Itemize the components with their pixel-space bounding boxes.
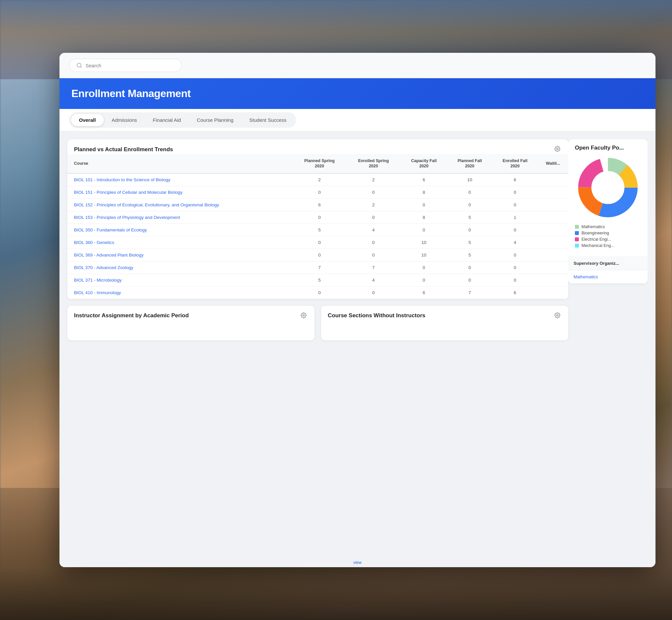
cell-course-4: BIOL 350 - Fundamentals of Ecology <box>67 223 293 236</box>
legend-bioengineering: Bioengineering <box>575 231 641 236</box>
cell-enrolled-spring-6: 0 <box>346 249 400 261</box>
faculty-card-header: Open Faculty Po... <box>568 139 647 151</box>
course-link-6[interactable]: BIOL 369 - Advanced Plant Biology <box>74 253 143 258</box>
cell-enrolled-fall-8: 0 <box>492 274 538 286</box>
cell-waitlist-7 <box>538 261 568 274</box>
legend-dot-mathematics <box>575 225 579 229</box>
cell-enrolled-spring-1: 0 <box>346 186 400 198</box>
supervisory-org-label: Supervisory Organiz... <box>574 261 619 266</box>
cell-capacity-fall-0: 6 <box>400 173 447 186</box>
enrollment-card-title: Planned vs Actual Enrollment Trends <box>74 146 173 153</box>
course-link-9[interactable]: BIOL 410 - Immunology <box>74 290 121 295</box>
view-row: view <box>59 557 656 567</box>
tab-financial-aid[interactable]: Financial Aid <box>145 114 189 126</box>
view-button[interactable]: view <box>353 560 362 565</box>
cell-planned-spring-7: 7 <box>293 261 346 274</box>
cell-waitlist-2 <box>538 198 568 211</box>
bottom-row: Instructor Assignment by Academic Period… <box>67 306 568 341</box>
donut-chart <box>575 155 641 220</box>
course-link-1[interactable]: BIOL 151 - Principles of Cellular and Mo… <box>74 190 182 195</box>
app-title: Enrollment Management <box>71 88 643 100</box>
tab-student-success[interactable]: Student Success <box>241 114 295 126</box>
sections-settings-button[interactable] <box>553 311 562 320</box>
cell-enrolled-spring-7: 7 <box>346 261 400 274</box>
cell-enrolled-spring-0: 2 <box>346 173 400 186</box>
cell-course-9: BIOL 410 - Immunology <box>67 286 293 299</box>
course-sections-card: Course Sections Without Instructors <box>321 306 568 341</box>
instructor-assignment-card: Instructor Assignment by Academic Period <box>67 306 315 341</box>
enrollment-trends-card: Planned vs Actual Enrollment Trends Cour… <box>67 139 568 299</box>
cell-enrolled-fall-0: 6 <box>492 173 538 186</box>
supervisory-math-item[interactable]: Mathematics <box>568 270 647 283</box>
faculty-card-title: Open Faculty Po... <box>575 145 624 151</box>
search-wrapper[interactable] <box>69 59 182 72</box>
cell-enrolled-spring-8: 4 <box>346 274 400 286</box>
cell-planned-spring-0: 2 <box>293 173 346 186</box>
table-row: BIOL 360 - Genetics 0 0 10 5 4 <box>67 236 568 249</box>
gear-icon <box>555 146 560 152</box>
tab-admissions[interactable]: Admissions <box>104 114 145 126</box>
table-row: BIOL 410 - Immunology 0 0 6 7 6 <box>67 286 568 299</box>
faculty-positions-card: Open Faculty Po... <box>568 139 647 283</box>
nav-tabs: Overall Admissions Financial Aid Course … <box>69 112 296 128</box>
col-enrolled-spring: Enrolled Spring2020 <box>346 154 400 173</box>
table-header-row: Course Planned Spring2020 Enrolled Sprin… <box>67 154 568 173</box>
cell-planned-fall-8: 0 <box>447 274 492 286</box>
legend-mathematics: Mathematics <box>575 224 641 229</box>
cell-enrolled-spring-3: 0 <box>346 211 400 223</box>
cell-planned-spring-4: 5 <box>293 223 346 236</box>
tab-course-planning[interactable]: Course Planning <box>189 114 241 126</box>
course-link-3[interactable]: BIOL 153 - Principles of Physiology and … <box>74 215 180 220</box>
cell-course-3: BIOL 153 - Principles of Physiology and … <box>67 211 293 223</box>
table-row: BIOL 152 - Principles of Ecological, Evo… <box>67 198 568 211</box>
tab-overall[interactable]: Overall <box>71 114 104 126</box>
cell-enrolled-fall-4: 0 <box>492 223 538 236</box>
cell-enrolled-spring-5: 0 <box>346 236 400 249</box>
cell-capacity-fall-8: 0 <box>400 274 447 286</box>
course-link-5[interactable]: BIOL 360 - Genetics <box>74 240 114 245</box>
cell-planned-spring-8: 5 <box>293 274 346 286</box>
cell-capacity-fall-1: 8 <box>400 186 447 198</box>
cell-course-2: BIOL 152 - Principles of Ecological, Evo… <box>67 198 293 211</box>
cell-waitlist-6 <box>538 249 568 261</box>
col-enrolled-fall: Enrolled Fall2020 <box>492 154 538 173</box>
course-link-0[interactable]: BIOL 101 - Introduction to the Science o… <box>74 177 170 182</box>
cell-planned-fall-6: 5 <box>447 249 492 261</box>
cell-waitlist-4 <box>538 223 568 236</box>
cell-planned-fall-3: 5 <box>447 211 492 223</box>
course-link-8[interactable]: BIOL 371 - Microbiology <box>74 278 122 282</box>
legend-label-bioengineering: Bioengineering <box>581 231 609 236</box>
course-link-7[interactable]: BIOL 370 - Advanced Zoology <box>74 265 134 270</box>
instructor-settings-button[interactable] <box>299 311 308 320</box>
search-input[interactable] <box>86 63 175 68</box>
table-row: BIOL 153 - Principles of Physiology and … <box>67 211 568 223</box>
cell-enrolled-fall-2: 0 <box>492 198 538 211</box>
cell-enrolled-spring-4: 4 <box>346 223 400 236</box>
cell-capacity-fall-6: 10 <box>400 249 447 261</box>
cell-course-6: BIOL 369 - Advanced Plant Biology <box>67 249 293 261</box>
table-row: BIOL 151 - Principles of Cellular and Mo… <box>67 186 568 198</box>
legend-dot-electrical <box>575 238 579 241</box>
course-link-2[interactable]: BIOL 152 - Principles of Ecological, Evo… <box>74 202 219 207</box>
legend-label-mathematics: Mathematics <box>581 224 605 229</box>
col-course: Course <box>67 154 293 173</box>
cell-capacity-fall-7: 0 <box>400 261 447 274</box>
table-row: BIOL 370 - Advanced Zoology 7 7 0 0 0 <box>67 261 568 274</box>
cell-planned-fall-5: 5 <box>447 236 492 249</box>
cell-waitlist-3 <box>538 211 568 223</box>
gear-icon-3 <box>555 312 560 318</box>
cell-planned-fall-2: 0 <box>447 198 492 211</box>
col-planned-fall: Planned Fall2020 <box>447 154 492 173</box>
cell-enrolled-fall-6: 0 <box>492 249 538 261</box>
cell-planned-spring-5: 0 <box>293 236 346 249</box>
cell-planned-fall-7: 0 <box>447 261 492 274</box>
instructor-card-title: Instructor Assignment by Academic Period <box>74 312 189 319</box>
legend-label-mechanical: Mechanical Eng... <box>581 243 614 248</box>
cell-planned-spring-2: 6 <box>293 198 346 211</box>
table-row: BIOL 101 - Introduction to the Science o… <box>67 173 568 186</box>
enrollment-settings-button[interactable] <box>553 145 562 154</box>
table-scroll-container: Course Planned Spring2020 Enrolled Sprin… <box>67 154 568 299</box>
course-link-4[interactable]: BIOL 350 - Fundamentals of Ecology <box>74 227 147 232</box>
cell-waitlist-1 <box>538 186 568 198</box>
cell-enrolled-spring-2: 2 <box>346 198 400 211</box>
